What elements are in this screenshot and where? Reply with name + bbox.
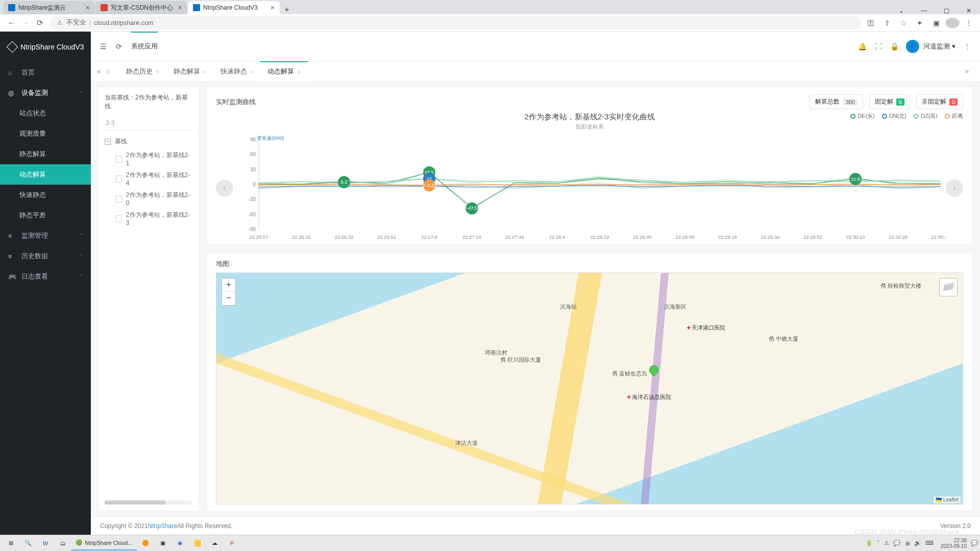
sidebar-item-home[interactable]: ⌂首页 <box>0 62 91 83</box>
tray-icon[interactable]: 🖥 <box>904 540 910 546</box>
zoom-in-button[interactable]: + <box>222 279 235 292</box>
footer: Copyright © 2021 NtripShare All Rights R… <box>91 516 980 535</box>
map-canvas[interactable]: + − 🇺🇦 Leaflet 邓善沽村滨海站㑺 巨川国际大厦㑺 蓝鲸生态岛滨海新… <box>216 272 963 505</box>
more-icon[interactable]: ⋮ <box>964 42 971 51</box>
map-label: 㑺 蓝鲸生态岛 <box>612 370 647 378</box>
map-marker[interactable] <box>649 365 658 378</box>
tab-fast-static[interactable]: 快速静态× <box>213 61 260 82</box>
sidebar-item-site-status[interactable]: 站点状态 <box>0 103 91 123</box>
tray-icon[interactable]: 🔋 <box>866 540 873 546</box>
chevron-down-icon[interactable]: ⌄ <box>890 7 913 14</box>
menu-icon[interactable]: ⋮ <box>962 19 976 27</box>
brand-link[interactable]: NtripShare <box>148 522 177 530</box>
close-icon[interactable]: × <box>271 4 275 12</box>
collapse-sidebar-icon[interactable]: ☰ <box>100 42 107 51</box>
fullscreen-icon[interactable]: ⛶ <box>875 42 882 51</box>
map-poi: 天津港口医院 <box>687 324 725 332</box>
tree-item[interactable]: 2作为参考站，新基线2-0 <box>105 189 192 209</box>
close-icon[interactable]: × <box>86 4 90 12</box>
chart-next-button[interactable]: › <box>946 180 963 197</box>
browser-tab[interactable]: 写文章-CSDN创作中心× <box>95 1 187 14</box>
user-name[interactable]: 河道监测 ▾ <box>923 42 955 51</box>
sidebar-item-fast-static[interactable]: 快速静态 <box>0 185 91 205</box>
word-icon[interactable]: W <box>37 536 54 550</box>
sidebar-item-monitor[interactable]: ◎设备监测˄ <box>0 83 91 103</box>
lock-icon[interactable]: 🔒 <box>890 42 899 51</box>
app-icon[interactable]: 🟠 <box>137 536 154 550</box>
tab-static-history[interactable]: 静态历史× <box>119 61 166 82</box>
tree-item[interactable]: 2作为参考站，新基线2-4 <box>105 169 192 189</box>
taskbar-clock[interactable]: 22:382023-09-10 <box>941 538 967 549</box>
new-tab-button[interactable]: + <box>280 5 294 14</box>
sidebar-item-quality[interactable]: 观测质量 <box>0 123 91 144</box>
tray-icon[interactable]: ⚠ <box>884 540 889 546</box>
browser-tab[interactable]: NtripShare监测云× <box>3 1 95 14</box>
reload-button[interactable]: ⟳ <box>33 18 47 28</box>
line-chart[interactable]: -90-60-300306090变化量(mm)22:25:5722:26:152… <box>233 135 946 242</box>
tab-dynamic-resolve[interactable]: 动态解算× <box>260 61 307 82</box>
home-tab-icon[interactable]: ⌂ <box>106 67 110 75</box>
close-icon[interactable]: × <box>178 4 182 12</box>
url-input[interactable]: ⚠ 不安全 | cloud.ntripshare.com <box>50 16 861 30</box>
bookmark-icon[interactable]: ☆ <box>896 19 911 27</box>
browser-tab[interactable]: NtripShare CloudV3× <box>188 1 280 14</box>
tray-volume-icon[interactable]: 🔊 <box>914 540 921 546</box>
minimize-button[interactable]: — <box>913 7 935 14</box>
profile-avatar[interactable] <box>945 18 960 28</box>
tab-static-resolve[interactable]: 静态解算× <box>166 61 213 82</box>
tray-chevron-icon[interactable]: ˄ <box>877 540 880 546</box>
svg-text:22:29:34: 22:29:34 <box>761 234 780 240</box>
tabs-next-button[interactable]: » <box>965 67 969 75</box>
app-icon[interactable]: ▣ <box>154 536 172 550</box>
tray-icon[interactable]: 💬 <box>893 540 900 546</box>
extensions-icon[interactable]: ✦ <box>913 19 927 27</box>
sidebar-item-static-adjust[interactable]: 静态平差 <box>0 205 91 226</box>
close-icon[interactable]: × <box>250 69 253 75</box>
chart-prev-button[interactable]: ‹ <box>216 180 233 197</box>
share-icon[interactable]: ⇪ <box>880 19 894 27</box>
sidebar-item-log[interactable]: 🎮日志查看˅ <box>0 266 91 287</box>
close-icon[interactable]: × <box>203 69 206 75</box>
key-icon[interactable]: ⚿ <box>864 19 878 27</box>
topmenu-system[interactable]: 系统应用 <box>131 32 158 61</box>
close-button[interactable]: ✕ <box>958 7 980 14</box>
svg-text:变化量(mm): 变化量(mm) <box>257 135 284 141</box>
devices-icon[interactable]: ▣ <box>929 19 943 27</box>
chart-legend[interactable]: DE(东) DN(北) DZ(高) 距离 <box>850 112 963 120</box>
app-icon[interactable]: ◉ <box>172 536 189 550</box>
app-icon[interactable]: ☁ <box>206 536 224 550</box>
chevron-down-icon: ˅ <box>80 233 83 239</box>
baseline-search-input[interactable] <box>105 116 192 130</box>
tray-input-icon[interactable]: ⌨ <box>925 540 934 546</box>
user-avatar[interactable]: 👤 <box>906 40 919 53</box>
horizontal-scrollbar[interactable] <box>105 500 192 505</box>
sidebar-item-dynamic-resolve[interactable]: 动态解算 <box>0 164 91 185</box>
svg-text:22:30:10: 22:30:10 <box>846 234 865 240</box>
svg-text:22:28:40: 22:28:40 <box>633 234 652 240</box>
map-label: 㑺 中燃大厦 <box>769 335 798 343</box>
map-heading: 地图 <box>216 259 963 268</box>
close-icon[interactable]: × <box>156 69 159 75</box>
sidebar-item-manage[interactable]: ≡监测管理˅ <box>0 226 91 246</box>
maximize-button[interactable]: ▢ <box>935 7 958 14</box>
explorer-icon[interactable]: 🗂 <box>54 536 71 550</box>
sidebar-item-static-resolve[interactable]: 静态解算 <box>0 144 91 164</box>
bell-icon[interactable]: 🔔 <box>858 42 867 51</box>
reload-icon[interactable]: ⟳ <box>116 42 122 51</box>
app-icon[interactable]: 🟨 <box>189 536 206 550</box>
sidebar-item-history[interactable]: ≡历史数据˅ <box>0 246 91 266</box>
tree-root[interactable]: −基线 <box>105 137 192 146</box>
close-icon[interactable]: × <box>297 69 300 75</box>
notifications-icon[interactable]: 💬 <box>971 540 978 546</box>
svg-text:5.2: 5.2 <box>341 180 348 185</box>
tree-item[interactable]: 2作为参考站，新基线2-3 <box>105 209 192 229</box>
tabs-prev-button[interactable]: « <box>97 67 101 75</box>
zoom-out-button[interactable]: − <box>222 292 235 305</box>
tree-item[interactable]: 2作为参考站，新基线2-1 <box>105 149 192 169</box>
taskbar-chrome[interactable]: 🟢 NtripShare Cloud... <box>71 536 137 550</box>
search-icon[interactable]: 🔍 <box>19 536 37 550</box>
powerpoint-icon[interactable]: P <box>224 536 241 550</box>
start-button[interactable]: ⊞ <box>2 536 19 550</box>
back-button[interactable]: ← <box>4 18 18 27</box>
map-layers-button[interactable] <box>939 278 958 296</box>
